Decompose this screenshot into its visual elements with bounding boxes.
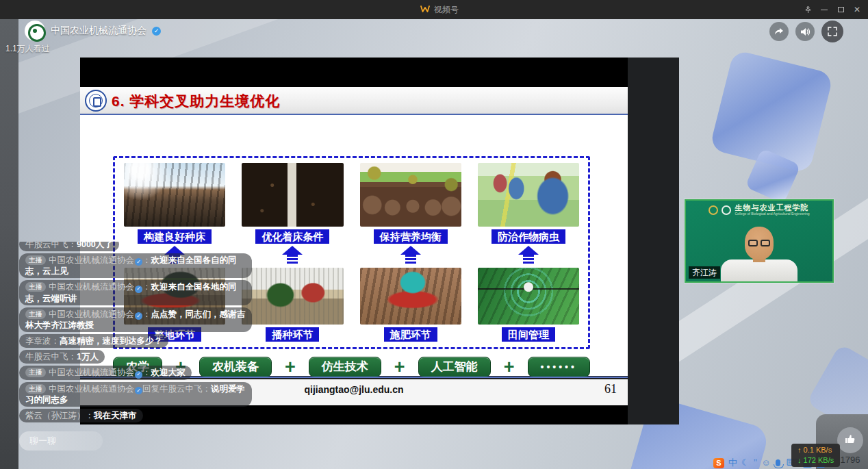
chat-username: 中国农业机械流通协会: [49, 384, 134, 394]
sogou-input-icon[interactable]: S: [713, 458, 724, 468]
wechat-channels-logo-icon: [420, 3, 430, 16]
college-name-en: College of Biological and Agricultural E…: [735, 212, 809, 216]
letterbox-top: [80, 58, 628, 87]
college-name: 生物与农业工程学院: [735, 204, 809, 212]
ph-pest-photo: [478, 163, 579, 227]
pin-button[interactable]: [800, 1, 816, 18]
channel-header[interactable]: 中国农业机械流通协会 ✓: [25, 21, 161, 41]
app-brand: 视频号: [420, 3, 459, 16]
university-seal-icon: [722, 205, 731, 215]
step-label: 优化着床条件: [255, 229, 329, 244]
chat-message[interactable]: 主播中国农业机械流通协会✓：点点赞，同志们，感谢吉林大学齐江涛教授: [19, 307, 252, 333]
arrow-cell: [360, 246, 461, 266]
presenter-name-tag: 齐江涛: [689, 266, 720, 279]
presenter-webcam: 生物与农业工程学院 College of Biological and Agri…: [685, 199, 834, 283]
chat-text: 1万人: [77, 352, 99, 362]
presenter-shirt: [721, 259, 797, 281]
glasses-icon: [747, 240, 771, 246]
chat-username: 中国农业机械流通协会: [49, 309, 134, 319]
chat-colon: ：: [142, 282, 151, 292]
microphone-icon[interactable]: [776, 459, 780, 466]
channel-name[interactable]: 中国农业机械流通协会: [51, 25, 146, 37]
up-arrow-icon: [518, 246, 539, 265]
slide-header: 6. 学科交叉助力生境优化: [80, 87, 628, 115]
viewer-count: 1.1万人看过: [5, 43, 50, 55]
up-arrow-icon: [282, 246, 303, 265]
slide-title: 6. 学科交叉助力生境优化: [112, 92, 280, 111]
host-badge: 主播: [25, 255, 46, 265]
discipline-pill: 仿生技术: [309, 357, 381, 377]
restore-icon: [838, 7, 844, 12]
download-speed: ↓ 172 KB/s: [797, 455, 834, 466]
host-badge: 主播: [25, 282, 46, 292]
chinese-mode-icon[interactable]: 中: [728, 457, 737, 468]
plus-sign: +: [285, 357, 296, 377]
host-badge: 主播: [25, 309, 46, 319]
chat-username: 李章波: [25, 336, 51, 346]
chat-text: 我在天津市: [94, 411, 137, 420]
share-button[interactable]: [769, 22, 789, 41]
fullscreen-button[interactable]: [821, 21, 843, 42]
window-titlebar[interactable]: 视频号 ✕: [0, 0, 868, 19]
chat-message[interactable]: 李章波：高速精密，速度到达多少？: [19, 334, 168, 348]
punctuation-icon[interactable]: ’’: [754, 457, 758, 468]
night-mode-icon[interactable]: ☾: [741, 457, 750, 468]
slide-page-number: 61: [604, 382, 617, 396]
chat-message[interactable]: 主播中国农业机械流通协会✓回复牛股云中飞：说明爱学习的同志多: [19, 382, 252, 407]
like-count: 1796: [837, 455, 864, 465]
presenter-figure: [715, 227, 804, 281]
minimize-button[interactable]: [816, 1, 832, 18]
upload-speed: ↑ 0.1 KB/s: [797, 445, 834, 455]
chat-message[interactable]: 牛股云中飞：1万人: [19, 350, 105, 364]
emoji-picker-icon[interactable]: ☺: [761, 457, 770, 468]
chat-username: 中国农业机械流通协会: [49, 282, 134, 292]
plus-sign: +: [394, 357, 405, 377]
chat-colon: ：: [68, 352, 77, 362]
chat-text: 高速精密，速度到达多少？: [60, 336, 162, 346]
chat-message[interactable]: 牛股云中飞：9000人了: [19, 242, 119, 251]
like-widget: 1796: [837, 427, 864, 465]
restore-button[interactable]: [832, 1, 849, 18]
ph-fert-photo: [360, 268, 461, 325]
player-controls: [769, 21, 843, 42]
left-edge-strip: [0, 19, 18, 469]
chat-list[interactable]: 主播中国农业机械流通协会✓：欢迎签到主播中国农业机械流通协会✓：评论区可以小沟通…: [19, 242, 252, 422]
college-logo-icon: [709, 205, 718, 215]
chat-input[interactable]: 聊一聊: [19, 431, 103, 451]
chat-text: 欢迎大家: [151, 368, 186, 377]
ph-soil-photo: [242, 163, 343, 227]
chat-message[interactable]: 主播中国农业机械流通协会✓：欢迎大家: [19, 366, 192, 380]
fullscreen-icon: [828, 27, 837, 36]
chat-colon: ：: [203, 384, 212, 394]
chat-message[interactable]: 紫云（孙江涛）：我在天津市: [19, 409, 143, 422]
step-label: 施肥环节: [384, 327, 437, 342]
chat-reply-target: 回复牛股云中飞: [142, 384, 203, 394]
like-button[interactable]: [837, 427, 863, 453]
close-button[interactable]: ✕: [849, 1, 865, 18]
thumbs-up-icon: [844, 433, 856, 448]
chat-verified-icon: ✓: [135, 387, 142, 394]
chat-message[interactable]: 主播中国农业机械流通协会✓：欢迎来自全国各自的同志，云上见: [19, 253, 252, 279]
chat-username: 紫云（孙江涛）: [25, 411, 86, 420]
host-badge: 主播: [25, 368, 46, 377]
volume-button[interactable]: [795, 22, 815, 41]
ph-drone-photo: [478, 268, 579, 325]
chat-colon: ：: [142, 368, 151, 377]
step-label: 田间管理: [502, 327, 555, 342]
channel-avatar[interactable]: [25, 21, 45, 41]
chat-colon: ：: [86, 411, 94, 420]
ph-field-photo: [124, 163, 225, 227]
discipline-pill: 人工智能: [418, 357, 491, 377]
minimize-icon: [821, 10, 828, 10]
share-icon: [774, 27, 784, 36]
chat-verified-icon: ✓: [135, 371, 142, 379]
up-arrow-icon: [400, 246, 421, 265]
host-badge: 主播: [25, 384, 46, 394]
ph-seeding-photo: [242, 268, 343, 325]
university-logo: [85, 90, 107, 112]
app-title: 视频号: [434, 4, 459, 16]
chat-colon: ：: [142, 255, 151, 265]
chat-message[interactable]: 主播中国农业机械流通协会✓：欢迎来自全国各地的同志，云端听讲: [19, 280, 252, 305]
step-label: 保持营养均衡: [374, 229, 448, 244]
chat-username: 中国农业机械流通协会: [49, 368, 134, 377]
